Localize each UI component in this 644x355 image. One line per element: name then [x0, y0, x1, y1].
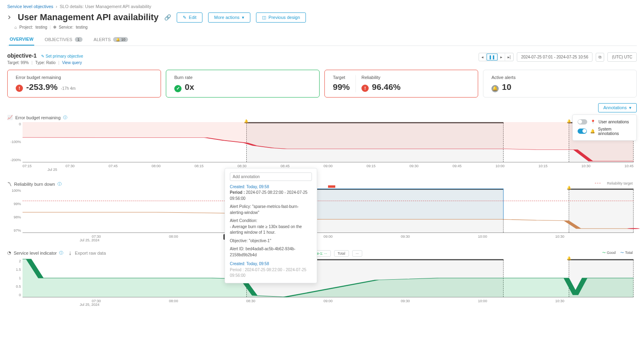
time-pause-button[interactable]: ❚❚: [486, 53, 498, 61]
pin-icon: 📍: [590, 120, 595, 124]
download-icon: ⭳: [68, 251, 72, 255]
card-active-alerts: Active alerts 🔔 10: [483, 70, 637, 98]
chip-more[interactable]: ···: [352, 250, 363, 257]
info-icon[interactable]: ⓘ: [63, 115, 67, 120]
tab-alerts[interactable]: ALERTS 🔔 10: [93, 33, 129, 46]
objectives-count-badge: 1: [75, 37, 83, 42]
tabs: OVERVIEW OBJECTIVES 1 ALERTS 🔔 10: [7, 33, 637, 46]
edit-button[interactable]: ✎ Edit: [177, 12, 202, 23]
chart-icon: 📈: [7, 115, 13, 120]
timezone-field[interactable]: (UTC) UTC: [607, 52, 637, 62]
card-burn-rate: Burn rate ✓ 0x: [166, 70, 320, 98]
project-icon: ⌂: [14, 25, 17, 29]
pencil-icon: ✎: [41, 54, 44, 58]
info-icon[interactable]: ⓘ: [59, 250, 63, 256]
bell-icon: 🔔: [116, 38, 120, 42]
chevron-down-icon: ▾: [242, 15, 244, 20]
link-icon[interactable]: 🔗: [164, 14, 171, 21]
alert-icon: !: [361, 85, 369, 92]
set-primary-link[interactable]: ✎ Set primary objective: [41, 54, 83, 58]
svg-point-1: [627, 228, 640, 229]
svg-marker-0: [23, 122, 634, 161]
service-icon: ✻: [53, 25, 56, 29]
title-row: User Management API availability 🔗 ✎ Edi…: [7, 12, 637, 23]
chevron-down-icon: ▾: [629, 105, 632, 110]
tab-objectives[interactable]: OBJECTIVES 1: [44, 33, 83, 46]
more-actions-button[interactable]: More actions ▾: [208, 12, 250, 23]
chart-icon: 〽: [7, 182, 12, 187]
annotations-button[interactable]: Annotations ▾: [598, 103, 637, 112]
gauge-icon: ◔: [7, 250, 11, 255]
legend-good[interactable]: 〜 Good: [602, 250, 616, 255]
add-annotation-input[interactable]: [230, 172, 312, 181]
meta-row: ⌂ Project: testing | ✻ Service: testing: [14, 25, 637, 29]
kpi-cards: Error budget remaining ! -253.9% -17h 4m…: [7, 70, 637, 98]
target-legend-icon: [595, 183, 601, 183]
objective-name: objective-1: [7, 52, 37, 59]
time-range-field[interactable]: 2024-07-25 07:01 - 2024-07-25 10:56: [517, 52, 593, 62]
bell-icon: 🔔: [491, 85, 499, 92]
breadcrumb-current: SLO details: User Management API availab…: [60, 4, 151, 9]
legend-total[interactable]: 〜 Total: [620, 250, 633, 255]
annotation-tooltip: Created: Today, 09:58 Period : 2024-07-2…: [225, 168, 317, 283]
time-next-button[interactable]: ▸: [498, 53, 505, 61]
view-query-link[interactable]: View query: [62, 60, 82, 65]
alert-icon: !: [16, 85, 23, 92]
link-icon[interactable]: ⧉: [596, 53, 604, 62]
check-icon: ✓: [174, 85, 182, 92]
info-icon[interactable]: ⓘ: [58, 181, 62, 187]
time-last-button[interactable]: ▸|: [505, 53, 513, 61]
breadcrumb: Service level objectives › SLO details: …: [7, 4, 637, 9]
system-annotations-toggle[interactable]: [578, 129, 587, 134]
user-annotations-toggle[interactable]: [578, 119, 587, 125]
time-prev-button[interactable]: ◂: [479, 53, 486, 61]
chip-total[interactable]: Total: [334, 250, 349, 257]
previous-design-button[interactable]: ◫ Previous design: [256, 12, 306, 23]
collapse-icon[interactable]: [7, 15, 12, 20]
pencil-icon: ✎: [183, 15, 186, 20]
card-error-budget: Error budget remaining ! -253.9% -17h 4m: [7, 70, 161, 98]
chart-reliability: 〽 Reliability burn down ⓘ Reliability ta…: [7, 181, 637, 242]
page-title: User Management API availability: [18, 12, 159, 23]
layout-icon: ◫: [262, 15, 266, 20]
chart-sli: ◔ Service level indicator ⓘ ⭳ Export raw…: [7, 250, 637, 307]
tab-overview[interactable]: OVERVIEW: [9, 33, 34, 46]
export-raw-data-link[interactable]: Export raw data: [75, 251, 106, 255]
chart-error-budget: 📈 Error budget remaining ⓘ 0-100%-200% 🔔…: [7, 115, 637, 172]
bell-icon: 🔔: [590, 129, 595, 133]
alerts-count-badge: 🔔 10: [113, 37, 128, 42]
annotations-popover: 📍 User annotations 🔔 System annotations: [572, 114, 637, 141]
time-controls: ◂ ❚❚ ▸ ▸| 2024-07-25 07:01 - 2024-07-25 …: [479, 52, 637, 62]
breadcrumb-root[interactable]: Service level objectives: [7, 4, 53, 9]
objective-header: objective-1 ✎ Set primary objective Targ…: [7, 52, 637, 65]
card-target-reliability: Target 99% Reliability ! 96.46%: [324, 70, 478, 98]
